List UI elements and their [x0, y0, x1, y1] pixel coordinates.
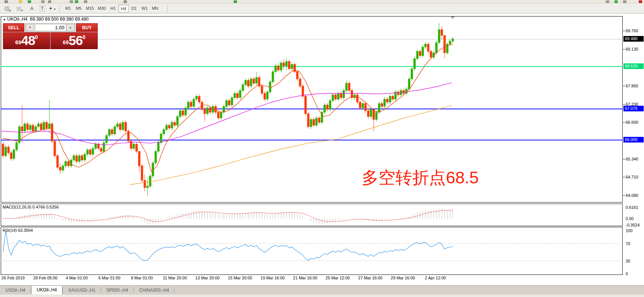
price-tick-label: 64.710: [626, 174, 638, 180]
macd-chart[interactable]: [1, 204, 623, 226]
toolbar-fragment-icon: [84, 0, 87, 3]
chart-window: ▲ UKOil-,H4 69.380 69.500 69.360 69.480 …: [0, 14, 644, 285]
timeframe-button-W1[interactable]: W1: [139, 4, 150, 12]
chart-tab-bar: USOil-,H4UKOil-,H4XAUUSD-,H1SP500-,H4CHI…: [0, 285, 644, 294]
toolbar-fragment-icon: [75, 0, 78, 3]
time-axis-label: 2 Apr 12:00: [425, 276, 446, 280]
price-badge-69.480: 69.480: [623, 36, 644, 42]
collapse-panel-icon[interactable]: ▲: [3, 18, 6, 21]
time-axis-label: 27 Mar 16:00: [358, 276, 383, 280]
chart-tab-sp500h4[interactable]: SP500-,H4: [101, 286, 134, 294]
fibonacci-grid-icon[interactable]: F: [15, 4, 25, 12]
rsi-axis-label: 70: [626, 241, 630, 246]
chart-text-annotation: 多空转折点68.5: [362, 166, 479, 189]
drawing-and-timeframe-toolbar: EFAT✦ ▾M1M5M15M30H1H4D1W1MN: [0, 3, 644, 14]
timeframe-button-D1[interactable]: D1: [129, 4, 139, 12]
price-tick: [623, 159, 625, 159]
chart-shift-marker-icon[interactable]: [450, 16, 455, 19]
chart-title: ▲ UKOil-,H4 69.380 69.500 69.360 69.480: [3, 16, 89, 22]
macd-histogram: [3, 209, 453, 224]
time-axis-label: 4 Mar 01:00: [66, 276, 88, 280]
chart-tab-xauusdh1[interactable]: XAUUSD-,H1: [63, 286, 101, 294]
toolbar-fragment-icon: [606, 0, 609, 3]
sell-price-sup: 0: [35, 34, 38, 40]
time-axis-label: 19 Mar 16:00: [261, 276, 285, 280]
toolbar-fragment-icon: [48, 0, 51, 3]
price-tick: [623, 31, 625, 31]
price-tick: [623, 195, 625, 196]
toolbar-fragment-icon: [28, 0, 31, 3]
volume-input[interactable]: [35, 24, 66, 31]
time-axis-label: 26 Feb 2019: [1, 276, 25, 280]
price-tick: [623, 122, 625, 123]
buy-price-big: 56: [69, 33, 82, 48]
price-badge-68.529: 68.529: [623, 63, 644, 69]
sell-price-tile[interactable]: 69480: [3, 32, 50, 49]
timeframe-button-M5[interactable]: M5: [73, 4, 84, 12]
sell-button[interactable]: SELL: [3, 23, 24, 32]
timeframe-button-M1[interactable]: M1: [63, 4, 73, 12]
fast-ma-line: [3, 44, 453, 172]
time-axis-label: 11 Mar 20:00: [163, 276, 187, 280]
buy-button[interactable]: BUY: [76, 23, 98, 32]
price-tick-label: 64.080: [626, 193, 638, 198]
macd-axis-label: -0.3524: [626, 222, 640, 228]
toolbar-fragment-icon: [623, 0, 626, 3]
toolbar-fragment-icon: [614, 0, 618, 3]
rsi-axis-label: 30: [626, 258, 630, 264]
time-axis: 26 Feb 201928 Feb 05:004 Mar 01:006 Mar …: [0, 276, 644, 282]
chart-tab-ukoilh4[interactable]: UKOil-,H4: [31, 285, 63, 294]
price-tick-label: 65.340: [626, 156, 638, 162]
volume-decrease-icon[interactable]: ▼: [26, 24, 34, 31]
time-axis-label: 13 Mar 20:00: [195, 276, 220, 280]
toolbar-fragment-icon: [4, 0, 8, 3]
rsi-line: [3, 231, 453, 261]
buy-price-tile[interactable]: 69560: [51, 32, 98, 49]
one-click-trading-panel: SELL ▼ ▲ BUY 69480 69560: [3, 23, 98, 49]
chart-tab-usoilh4[interactable]: USOil-,H4: [0, 286, 31, 294]
toolbar-fragment-icon: [19, 0, 22, 3]
time-axis-label: 28 Feb 05:00: [33, 276, 58, 280]
toolbar-fragment-icon: [70, 0, 73, 3]
price-badge-66.000: 66.000: [623, 137, 644, 142]
main-toolbar-partial-row: [0, 0, 644, 3]
time-axis-label: 15 Mar 20:00: [228, 276, 252, 280]
text-label-icon[interactable]: T: [37, 4, 47, 12]
buy-price-prefix: 69: [63, 39, 69, 45]
time-axis-label: 21 Mar 16:00: [293, 276, 318, 280]
price-tick-label: 67.860: [626, 83, 638, 88]
timeframe-button-MN[interactable]: MN: [150, 4, 160, 12]
arrows-icon[interactable]: ✦ ▾: [47, 4, 57, 12]
macd-indicator-label: MACD(12,26,9) 0.4766 0.5256: [3, 205, 59, 209]
time-axis-label: 29 Mar 16:00: [391, 276, 415, 280]
price-tick-label: 69.760: [626, 28, 638, 33]
tab-separator: [174, 288, 174, 293]
toolbar-fragment-icon: [639, 0, 642, 3]
timeframe-button-H4[interactable]: H4: [118, 4, 129, 12]
price-tick-label: 66.600: [626, 120, 638, 125]
timeframe-button-H1[interactable]: H1: [108, 4, 118, 12]
price-tick: [623, 49, 625, 50]
sell-price-prefix: 69: [15, 39, 21, 45]
time-axis-label: 6 Mar 01:00: [98, 276, 121, 280]
toolbar-separator: [59, 5, 61, 12]
toolbar-fragment-icon: [124, 0, 127, 3]
rsi-axis-label: 100: [626, 228, 632, 233]
time-axis-label: 8 Mar 01:00: [131, 276, 153, 280]
volume-increase-icon[interactable]: ▲: [66, 24, 75, 31]
buy-price-sup: 0: [82, 34, 85, 40]
timeframe-button-M30[interactable]: M30: [96, 4, 108, 12]
price-tick: [623, 177, 625, 177]
macd-axis-label: 0.00: [626, 216, 634, 221]
price-badge-67.075: 67.075: [623, 106, 644, 111]
time-axis-label: 25 Mar 12:00: [326, 276, 350, 280]
rsi-chart[interactable]: [1, 227, 623, 275]
price-tick: [623, 86, 625, 86]
text-icon[interactable]: A: [27, 4, 37, 12]
status-bar: [0, 294, 644, 297]
equidistant-channel-icon[interactable]: E: [3, 4, 13, 12]
timeframe-button-M15[interactable]: M15: [84, 4, 96, 12]
chart-tab-china300h4[interactable]: CHINA300-,H4: [134, 286, 174, 294]
macd-axis-label: 0.6161: [626, 205, 638, 210]
toolbar-fragment-icon: [234, 0, 237, 3]
